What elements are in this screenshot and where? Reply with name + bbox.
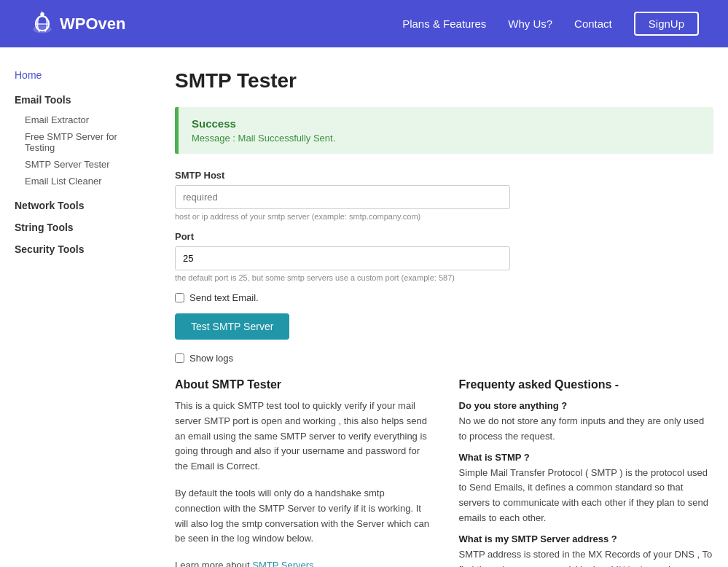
test-smtp-button[interactable]: Test SMTP Server	[175, 313, 289, 340]
sidebar-network-tools[interactable]: Network Tools	[15, 200, 146, 211]
smtp-host-group: SMTP Host host or ip address of your smt…	[175, 170, 713, 221]
faq-a-3: SMTP address is stored in the MX Records…	[459, 547, 714, 567]
sidebar-email-tools-heading: Email Tools	[15, 94, 146, 106]
show-logs-checkbox[interactable]	[175, 353, 184, 363]
sidebar-string-tools[interactable]: String Tools	[15, 222, 146, 233]
success-message: Message : Mail Successfully Sent.	[192, 133, 700, 144]
nav-contact[interactable]: Contact	[574, 17, 612, 30]
sidebar-smtp-tester[interactable]: SMTP Server Tester	[15, 156, 146, 173]
send-text-email-label-text: Send text Email.	[189, 292, 259, 303]
send-text-email-checkbox-label[interactable]: Send text Email.	[175, 292, 713, 303]
port-label: Port	[175, 231, 713, 242]
sidebar-email-cleaner[interactable]: Email List Cleaner	[15, 173, 146, 189]
success-banner: Success Message : Mail Successfully Sent…	[175, 107, 713, 154]
port-input[interactable]	[175, 246, 510, 270]
smtp-host-hint: host or ip address of your smtp server (…	[175, 212, 713, 221]
port-hint: the default port is 25, but some smtp se…	[175, 273, 713, 282]
faq-a-1: No we do not store any form inputs and t…	[459, 414, 714, 445]
show-logs-label-text: Show logs	[189, 353, 233, 364]
about-link-prefix: Learn more about	[175, 560, 250, 567]
show-logs-checkbox-label[interactable]: Show logs	[175, 353, 713, 364]
nav-why-us[interactable]: Why Us?	[508, 17, 552, 30]
svg-point-1	[40, 12, 44, 15]
faq-col: Frequenty asked Questions - Do you store…	[459, 378, 714, 567]
main-content: SMTP Tester Success Message : Mail Succe…	[160, 69, 713, 567]
smtp-host-input[interactable]	[175, 185, 510, 209]
faq-q-3: What is my SMTP Server address ?	[459, 533, 714, 544]
page-container: Home Email Tools Email Extractor Free SM…	[0, 47, 728, 567]
smtp-host-label: SMTP Host	[175, 170, 713, 181]
signup-button[interactable]: SignUp	[634, 12, 699, 36]
success-title: Success	[192, 117, 700, 130]
logo[interactable]: WPOven	[29, 11, 125, 37]
sidebar-security-tools[interactable]: Security Tools	[15, 243, 146, 255]
site-header: WPOven Plans & Features Why Us? Contact …	[0, 0, 728, 47]
mx-lookup-link[interactable]: MX lookup	[611, 564, 655, 567]
wpoven-logo-icon	[29, 11, 55, 37]
sidebar: Home Email Tools Email Extractor Free SM…	[15, 69, 160, 567]
about-link-line: Learn more about SMTP Servers	[175, 558, 430, 567]
faq-q-2: What is STMP ?	[459, 452, 714, 463]
page-title: SMTP Tester	[175, 69, 713, 93]
about-col: About SMTP Tester This is a quick SMTP t…	[175, 378, 430, 567]
info-section: About SMTP Tester This is a quick SMTP t…	[175, 378, 713, 567]
logo-text: WPOven	[60, 15, 125, 34]
faq-q-1: Do you store anything ?	[459, 400, 714, 411]
about-text-1: This is a quick SMTP test tool to quickl…	[175, 399, 430, 474]
smtp-servers-link[interactable]: SMTP Servers	[252, 560, 313, 567]
faq-a-2: Simple Mail Transfer Protocol ( SMTP ) i…	[459, 466, 714, 526]
sidebar-home[interactable]: Home	[15, 69, 146, 81]
faq-title: Frequenty asked Questions -	[459, 378, 714, 391]
send-text-email-checkbox[interactable]	[175, 293, 184, 302]
about-text-2: By default the tools will only do a hand…	[175, 486, 430, 547]
sidebar-email-extractor[interactable]: Email Extractor	[15, 112, 146, 128]
sidebar-free-smtp[interactable]: Free SMTP Server for Testing	[15, 128, 146, 156]
about-title: About SMTP Tester	[175, 378, 430, 391]
nav-plans[interactable]: Plans & Features	[402, 17, 486, 30]
port-group: Port the default port is 25, but some sm…	[175, 231, 713, 282]
main-nav: Plans & Features Why Us? Contact SignUp	[402, 12, 699, 36]
